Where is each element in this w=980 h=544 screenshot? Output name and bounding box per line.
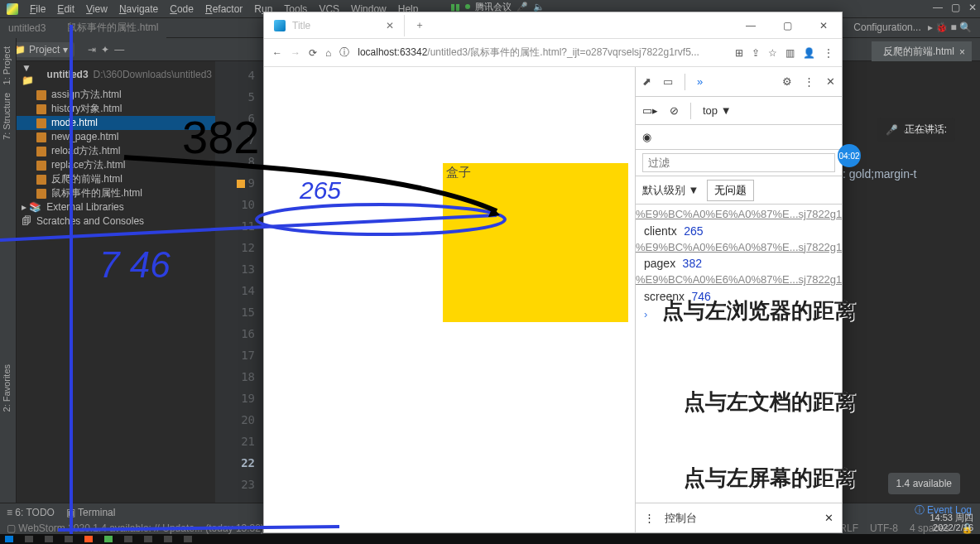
- ide-max-icon[interactable]: ▢: [951, 2, 960, 13]
- nav-home-icon[interactable]: ⌂: [325, 47, 331, 59]
- project-tree[interactable]: ▼ 📁 untitled3 D:\360Downloads\untitled3 …: [17, 61, 215, 229]
- drawer-close-icon[interactable]: ✕: [824, 512, 833, 524]
- ide-close-icon[interactable]: ✕: [968, 2, 977, 13]
- editor-tab-right[interactable]: 反爬的前端.html ×: [872, 41, 972, 62]
- meeting-timer[interactable]: 04:02: [838, 144, 861, 167]
- start-icon[interactable]: [5, 536, 13, 542]
- browser-min-icon[interactable]: —: [733, 13, 769, 38]
- file-newpage: new_page.html: [17, 130, 215, 144]
- browser-max-icon[interactable]: ▢: [769, 13, 805, 38]
- file-assign: assign方法.html: [17, 88, 215, 102]
- new-tab-icon[interactable]: ＋: [405, 18, 435, 32]
- scratches: 🗐 Scratches and Consoles: [17, 214, 215, 229]
- drawer-tab[interactable]: 控制台: [665, 511, 697, 526]
- devtools-menu-icon[interactable]: ⋮: [804, 75, 814, 88]
- level-selector[interactable]: 默认级别 ▼: [642, 183, 699, 198]
- console-clear-icon[interactable]: ⊘: [670, 104, 679, 117]
- more-tabs-icon[interactable]: »: [697, 75, 703, 88]
- file-history: history对象.html: [17, 102, 215, 116]
- menu-file[interactable]: File: [30, 3, 46, 15]
- tab-project[interactable]: 1: Project: [2, 46, 12, 84]
- browser-tab[interactable]: Title ✕: [264, 15, 405, 36]
- todo-tab[interactable]: ≡ 6: TODO: [7, 507, 55, 518]
- project-dropdown[interactable]: 📁 Project ▾: [7, 42, 74, 57]
- external-libraries: ▸ 📚 External Libraries: [17, 200, 215, 214]
- browser-close-icon[interactable]: ✕: [805, 13, 842, 38]
- browser-titlebar: Title ✕ ＋ — ▢ ✕: [264, 12, 842, 39]
- windows-taskbar[interactable]: [0, 534, 980, 544]
- settings-icon[interactable]: ✦: [101, 44, 109, 55]
- device-icon[interactable]: ▭: [663, 75, 673, 88]
- terminal-tab[interactable]: ▣ Terminal: [66, 507, 115, 518]
- file-replace: replace方法.html: [17, 158, 215, 172]
- browser-window: Title ✕ ＋ — ▢ ✕ ← → ⟳ ⌂ ⓘ localhost:6334…: [263, 12, 843, 533]
- bookmark-icon[interactable]: ☆: [768, 47, 777, 59]
- run-config-toolbar[interactable]: Configuration... ▸ 🐞 ■ 🔍: [853, 22, 972, 33]
- console-filter-input[interactable]: [642, 153, 835, 172]
- gold-box[interactable]: 盒子: [443, 163, 628, 322]
- breadcrumb-project[interactable]: untitled3: [0, 18, 54, 38]
- menu-navigate[interactable]: Navigate: [119, 3, 158, 15]
- task-icon: [25, 536, 33, 542]
- svg-text:7 46: 7 46: [99, 244, 171, 285]
- drawer-menu-icon[interactable]: ⋮: [644, 512, 655, 524]
- no-issues-button[interactable]: 无问题: [707, 180, 754, 201]
- devtools-close-icon[interactable]: ✕: [826, 75, 835, 88]
- devtools-panel: ⬈ ▭ » ⚙ ⋮ ✕ ▭▸ ⊘ top ▼ ◉ 默认级别 ▼ 无问题 %E9: [635, 67, 842, 532]
- address-bar[interactable]: localhost:63342/untitled3/鼠标事件的属性.html?_…: [358, 46, 727, 60]
- scope-selector[interactable]: top ▼: [703, 104, 732, 117]
- page-viewport[interactable]: 盒子: [264, 67, 635, 532]
- mic-icon: 🎤: [516, 2, 528, 12]
- breadcrumb-file[interactable]: 鼠标事件的属性.html: [54, 18, 166, 38]
- mic-mute-icon: 🎤: [886, 124, 898, 136]
- meeting-indicator: ▮▮ 腾讯会议 🎤 🔈: [450, 1, 545, 12]
- editor-gutter: 4567891011121314151617181920212223: [215, 61, 263, 506]
- source-link[interactable]: %E9%BC%A0%E6%A0%87%E...sj7822g1rvf5d7ng:…: [636, 208, 842, 221]
- nav-reload-icon[interactable]: ⟳: [309, 47, 317, 59]
- devtools-settings-icon[interactable]: ⚙: [782, 75, 792, 88]
- browser-menu-icon[interactable]: ⋮: [824, 47, 833, 59]
- file-mode: mode.html: [17, 116, 215, 130]
- ide-logo-icon: [7, 3, 18, 15]
- tab-favorites[interactable]: 2: Favorites: [2, 364, 12, 412]
- live-expr-icon[interactable]: ◉: [642, 131, 651, 143]
- share-icon[interactable]: ⇪: [752, 47, 760, 59]
- update-notice[interactable]: WebStorm 2020.1.4 available: // Update..…: [18, 522, 264, 534]
- nav-back-icon[interactable]: ←: [272, 47, 282, 59]
- system-clock[interactable]: 14:53 周四 2022/2/16: [930, 513, 973, 532]
- qr-icon[interactable]: ⊞: [735, 47, 743, 59]
- tab-close-icon[interactable]: ✕: [386, 20, 394, 31]
- console-prompt[interactable]: ›: [636, 306, 842, 322]
- source-link[interactable]: %E9%BC%A0%E6%A0%87%E...sj7822g1rvf5d7ng:…: [636, 241, 842, 254]
- console-play-icon[interactable]: ▭▸: [642, 104, 658, 117]
- menu-refactor[interactable]: Refactor: [205, 3, 243, 15]
- source-link[interactable]: %E9%BC%A0%E6%A0%87%E...sj7822g1rvf5d7ng:…: [636, 273, 842, 286]
- file-mouse: 鼠标事件的属性.html: [17, 186, 215, 200]
- tab-structure[interactable]: 7: Structure: [2, 93, 12, 140]
- menu-code[interactable]: Code: [170, 3, 194, 15]
- browser-toolbar: ← → ⟳ ⌂ ⓘ localhost:63342/untitled3/鼠标事件…: [264, 39, 842, 67]
- meeting-cloud-icon: 〰〰: [904, 123, 940, 144]
- inspect-icon[interactable]: ⬈: [642, 75, 651, 88]
- file-fanpa: 反爬的前端.html: [17, 172, 215, 186]
- file-reload: reload方法.html: [17, 144, 215, 158]
- browser-tab-title: Title: [292, 20, 310, 31]
- console-output[interactable]: %E9%BC%A0%E6%A0%87%E...sj7822g1rvf5d7ng:…: [636, 205, 842, 503]
- favicon-icon: [274, 20, 286, 31]
- collapse-icon[interactable]: ⇥: [88, 44, 96, 55]
- menu-view[interactable]: View: [86, 3, 108, 15]
- ide-min-icon[interactable]: —: [933, 2, 943, 13]
- nav-fwd-icon[interactable]: →: [291, 47, 300, 59]
- speaker-icon: 🔈: [533, 2, 545, 12]
- profile-icon[interactable]: 👤: [803, 47, 815, 59]
- menu-edit[interactable]: Edit: [57, 3, 74, 15]
- update-balloon[interactable]: 1.4 available: [888, 473, 960, 494]
- extensions-icon[interactable]: ▥: [785, 47, 795, 59]
- site-info-icon[interactable]: ⓘ: [339, 46, 349, 60]
- hide-icon[interactable]: —: [114, 44, 124, 55]
